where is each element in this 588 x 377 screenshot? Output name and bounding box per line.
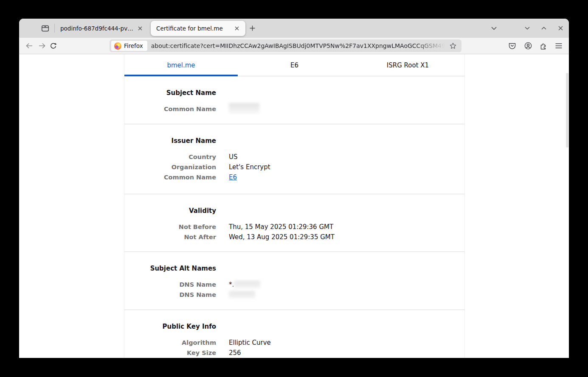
hamburger-icon <box>555 43 562 48</box>
field-value: Wed, 13 Aug 2025 01:29:35 GMT <box>229 232 464 242</box>
cert-field-row: DNS Name <box>124 290 464 300</box>
field-label: Common Name <box>124 104 216 114</box>
cert-field-row: Key Size 256 <box>124 348 464 358</box>
window-close-button[interactable] <box>554 22 567 35</box>
field-value <box>229 290 464 300</box>
navigation-toolbar: Firefox about:certificate?cert=MIIDhzCCA… <box>19 38 569 54</box>
tab-title: podinfo-687d9fc444-pvnjx <box>60 25 135 32</box>
cert-field-row: Organization Let's Encrypt <box>124 162 464 172</box>
arrow-left-icon <box>25 43 33 49</box>
scrollbar[interactable] <box>566 73 568 148</box>
firefox-view-icon <box>41 25 49 32</box>
plus-icon <box>250 25 255 31</box>
section-subject-alt-names: Subject Alt Names DNS Name *. DNS Name <box>124 252 464 310</box>
redacted-value <box>229 103 259 114</box>
field-value: Let's Encrypt <box>229 162 464 172</box>
field-value: Thu, 15 May 2025 01:29:36 GMT <box>229 222 464 232</box>
field-value <box>229 104 464 114</box>
section-public-key-info: Public Key Info Algorithm Elliptic Curve… <box>124 310 464 358</box>
redacted-value <box>229 291 255 298</box>
section-heading: Public Key Info <box>124 322 216 331</box>
puzzle-piece-icon <box>540 42 547 50</box>
page-content: bmel.me E6 ISRG Root X1 Subject Name Com… <box>19 54 569 358</box>
window-minimize-button[interactable] <box>521 22 534 35</box>
cert-tab-isrg-root-x1[interactable]: ISRG Root X1 <box>351 54 464 76</box>
section-heading: Validity <box>124 206 216 215</box>
chevron-up-icon <box>541 27 546 30</box>
extensions-button[interactable] <box>537 39 550 52</box>
cert-tab-bmel-me[interactable]: bmel.me <box>124 54 238 76</box>
arrow-right-icon <box>38 43 46 49</box>
section-heading: Issuer Name <box>124 136 216 145</box>
issuer-link[interactable]: E6 <box>229 173 237 181</box>
window-maximize-button[interactable] <box>537 22 550 35</box>
section-subject-name: Subject Name Common Name <box>124 76 464 124</box>
chevron-down-icon <box>491 27 497 30</box>
pocket-button[interactable] <box>506 39 518 52</box>
tab-title: Certificate for bmel.me <box>156 25 232 32</box>
field-label: Common Name <box>124 172 216 182</box>
account-button[interactable] <box>522 39 535 52</box>
field-label: Key Size <box>124 348 216 358</box>
firefox-logo-icon <box>114 42 121 50</box>
star-icon <box>450 42 456 49</box>
reload-icon <box>50 42 57 50</box>
tab-podinfo[interactable]: podinfo-687d9fc444-pvnjx <box>56 21 149 36</box>
chevron-down-icon <box>525 27 530 30</box>
list-all-tabs-button[interactable] <box>487 22 501 35</box>
section-validity: Validity Not Before Thu, 15 May 2025 01:… <box>124 194 464 252</box>
field-value: E6 <box>229 172 464 182</box>
cert-field-row: DNS Name *. <box>124 279 464 290</box>
close-icon[interactable] <box>232 23 242 34</box>
site-chip-label: Firefox <box>124 42 143 49</box>
close-icon[interactable] <box>135 23 145 34</box>
pocket-icon <box>509 42 516 49</box>
cert-field-row: Common Name E6 <box>124 172 464 182</box>
field-value: 256 <box>229 348 464 358</box>
certificate-chain-tabs: bmel.me E6 ISRG Root X1 <box>124 54 464 76</box>
field-label: Organization <box>124 162 216 172</box>
new-tab-button[interactable] <box>245 21 259 35</box>
field-label: DNS Name <box>124 279 216 290</box>
field-value: US <box>229 152 464 162</box>
cert-field-row: Not After Wed, 13 Aug 2025 01:29:35 GMT <box>124 232 464 242</box>
site-identity-chip[interactable]: Firefox <box>111 41 147 51</box>
cert-field-row: Country US <box>124 152 464 162</box>
redacted-value <box>234 281 260 288</box>
firefox-window: podinfo-687d9fc444-pvnjx Certificate for… <box>19 19 569 358</box>
back-button[interactable] <box>23 39 36 52</box>
field-label: Algorithm <box>124 338 216 348</box>
cert-tab-e6[interactable]: E6 <box>238 54 351 76</box>
bookmark-star-button[interactable] <box>448 41 458 51</box>
close-icon <box>558 26 563 31</box>
field-value: *. <box>229 279 464 290</box>
account-icon <box>524 42 532 50</box>
section-issuer-name: Issuer Name Country US Organization Let'… <box>124 124 464 194</box>
section-heading: Subject Alt Names <box>124 264 216 273</box>
firefox-view-button[interactable] <box>38 21 52 35</box>
cert-field-row: Not Before Thu, 15 May 2025 01:29:36 GMT <box>124 222 464 232</box>
cert-field-row: Algorithm Elliptic Curve <box>124 338 464 348</box>
field-value: Elliptic Curve <box>229 338 464 348</box>
menu-button[interactable] <box>552 39 565 52</box>
field-label: Not Before <box>124 222 216 232</box>
cert-field-row: Common Name <box>124 104 464 114</box>
tabbar-separator <box>54 24 55 33</box>
section-heading: Subject Name <box>124 88 216 98</box>
reload-button[interactable] <box>47 39 59 52</box>
url-bar[interactable]: Firefox about:certificate?cert=MIIDhzCCA… <box>110 39 461 52</box>
url-input[interactable]: about:certificate?cert=MIIDhzCCAw2gAwIBA… <box>151 42 448 49</box>
field-label: Not After <box>124 232 216 242</box>
dns-wildcard-prefix: *. <box>229 281 234 288</box>
tab-bar: podinfo-687d9fc444-pvnjx Certificate for… <box>19 19 569 38</box>
tab-certificate[interactable]: Certificate for bmel.me <box>151 21 245 36</box>
certificate-viewer: bmel.me E6 ISRG Root X1 Subject Name Com… <box>124 54 465 358</box>
field-label: DNS Name <box>124 290 216 300</box>
field-label: Country <box>124 152 216 162</box>
